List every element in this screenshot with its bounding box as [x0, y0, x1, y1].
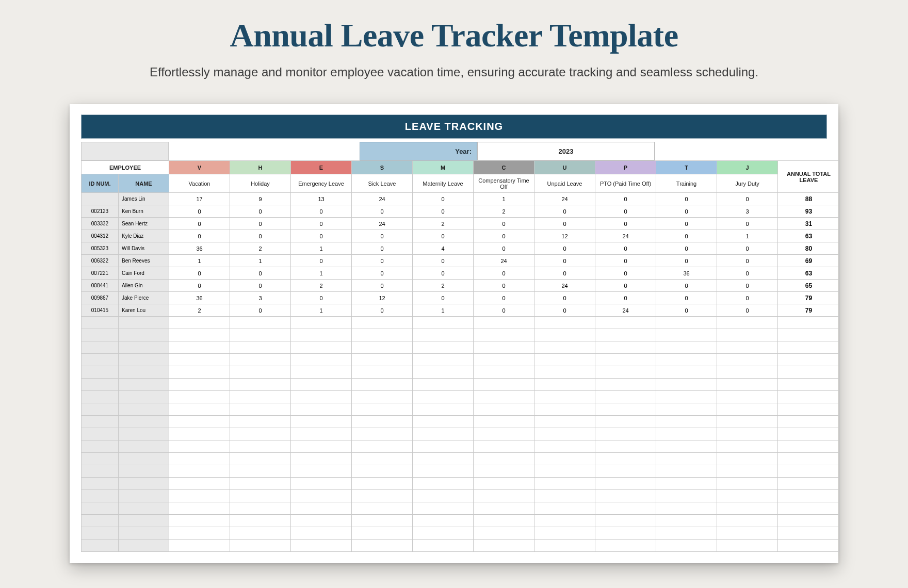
cell-val[interactable]: 0 [291, 218, 352, 230]
cell-empty[interactable] [82, 354, 119, 366]
table-row-empty[interactable] [82, 502, 840, 515]
year-value[interactable]: 2023 [477, 142, 655, 160]
cell-empty[interactable] [595, 478, 656, 490]
cell-empty[interactable] [352, 329, 413, 341]
cell-empty[interactable] [474, 341, 534, 354]
cell-val[interactable]: 36 [656, 267, 717, 280]
cell-empty[interactable] [413, 465, 474, 478]
cell-val[interactable]: 0 [656, 255, 717, 267]
cell-val[interactable]: 0 [595, 242, 656, 255]
cell-empty[interactable] [82, 329, 119, 341]
cell-val[interactable]: 36 [169, 292, 230, 304]
cell-val[interactable]: 1 [169, 255, 230, 267]
cell-empty[interactable] [778, 379, 840, 391]
cell-val[interactable]: 1 [230, 255, 291, 267]
cell-empty[interactable] [474, 354, 534, 366]
cell-empty[interactable] [656, 416, 717, 428]
cell-empty[interactable] [656, 428, 717, 440]
cell-empty[interactable] [413, 416, 474, 428]
cell-empty[interactable] [534, 440, 595, 453]
cell-empty[interactable] [82, 453, 119, 465]
table-row[interactable]: James Lin1791324012400088 [82, 193, 840, 205]
cell-val[interactable]: 0 [595, 267, 656, 280]
cell-empty[interactable] [291, 403, 352, 416]
cell-empty[interactable] [717, 515, 778, 527]
cell-empty[interactable] [291, 366, 352, 379]
cell-val[interactable]: 0 [656, 242, 717, 255]
cell-empty[interactable] [230, 354, 291, 366]
table-row[interactable]: 002123Ken Burn000002000393 [82, 205, 840, 218]
cell-val[interactable]: 0 [230, 267, 291, 280]
cell-val[interactable]: 0 [413, 267, 474, 280]
cell-empty[interactable] [119, 354, 169, 366]
cell-empty[interactable] [169, 478, 230, 490]
cell-empty[interactable] [534, 453, 595, 465]
cell-val[interactable]: 1 [413, 304, 474, 317]
cell-val[interactable]: 1 [474, 193, 534, 205]
cell-empty[interactable] [595, 428, 656, 440]
cell-empty[interactable] [82, 428, 119, 440]
cell-empty[interactable] [778, 341, 840, 354]
cell-val[interactable]: 2 [169, 304, 230, 317]
cell-val[interactable]: 0 [595, 193, 656, 205]
cell-empty[interactable] [291, 465, 352, 478]
table-row[interactable]: 009867Jake Pierce36301200000079 [82, 292, 840, 304]
cell-empty[interactable] [595, 490, 656, 502]
cell-empty[interactable] [656, 329, 717, 341]
cell-id[interactable]: 007221 [82, 267, 119, 280]
cell-empty[interactable] [595, 453, 656, 465]
cell-val[interactable]: 12 [352, 292, 413, 304]
cell-val[interactable]: 36 [169, 242, 230, 255]
cell-empty[interactable] [474, 379, 534, 391]
table-row-empty[interactable] [82, 317, 840, 329]
cell-val[interactable]: 0 [656, 193, 717, 205]
cell-empty[interactable] [474, 540, 534, 552]
cell-empty[interactable] [82, 502, 119, 515]
cell-val[interactable]: 0 [534, 242, 595, 255]
cell-val[interactable]: 1 [291, 267, 352, 280]
cell-empty[interactable] [230, 465, 291, 478]
cell-empty[interactable] [119, 465, 169, 478]
cell-empty[interactable] [119, 317, 169, 329]
cell-empty[interactable] [230, 527, 291, 540]
cell-empty[interactable] [169, 465, 230, 478]
cell-empty[interactable] [474, 317, 534, 329]
cell-empty[interactable] [169, 527, 230, 540]
cell-empty[interactable] [413, 515, 474, 527]
cell-val[interactable]: 0 [230, 205, 291, 218]
cell-val[interactable]: 0 [474, 218, 534, 230]
cell-empty[interactable] [413, 403, 474, 416]
cell-empty[interactable] [595, 329, 656, 341]
cell-empty[interactable] [291, 515, 352, 527]
cell-val[interactable]: 12 [534, 230, 595, 242]
cell-empty[interactable] [82, 379, 119, 391]
cell-empty[interactable] [778, 540, 840, 552]
cell-empty[interactable] [169, 502, 230, 515]
cell-val[interactable]: 0 [474, 267, 534, 280]
cell-empty[interactable] [413, 540, 474, 552]
cell-empty[interactable] [778, 502, 840, 515]
cell-empty[interactable] [119, 416, 169, 428]
cell-val[interactable]: 2 [413, 280, 474, 292]
cell-val[interactable]: 0 [534, 218, 595, 230]
cell-empty[interactable] [656, 354, 717, 366]
cell-val[interactable]: 0 [656, 280, 717, 292]
cell-empty[interactable] [119, 329, 169, 341]
cell-empty[interactable] [778, 416, 840, 428]
cell-val[interactable]: 0 [413, 230, 474, 242]
cell-empty[interactable] [656, 515, 717, 527]
cell-empty[interactable] [82, 515, 119, 527]
cell-empty[interactable] [534, 317, 595, 329]
cell-empty[interactable] [717, 465, 778, 478]
cell-empty[interactable] [595, 379, 656, 391]
cell-empty[interactable] [413, 329, 474, 341]
cell-val[interactable]: 0 [595, 255, 656, 267]
table-row[interactable]: 004312Kyle Diaz00000012240163 [82, 230, 840, 242]
cell-empty[interactable] [413, 478, 474, 490]
cell-empty[interactable] [119, 440, 169, 453]
cell-empty[interactable] [352, 527, 413, 540]
cell-empty[interactable] [474, 329, 534, 341]
cell-empty[interactable] [119, 341, 169, 354]
cell-empty[interactable] [717, 341, 778, 354]
table-row-empty[interactable] [82, 465, 840, 478]
